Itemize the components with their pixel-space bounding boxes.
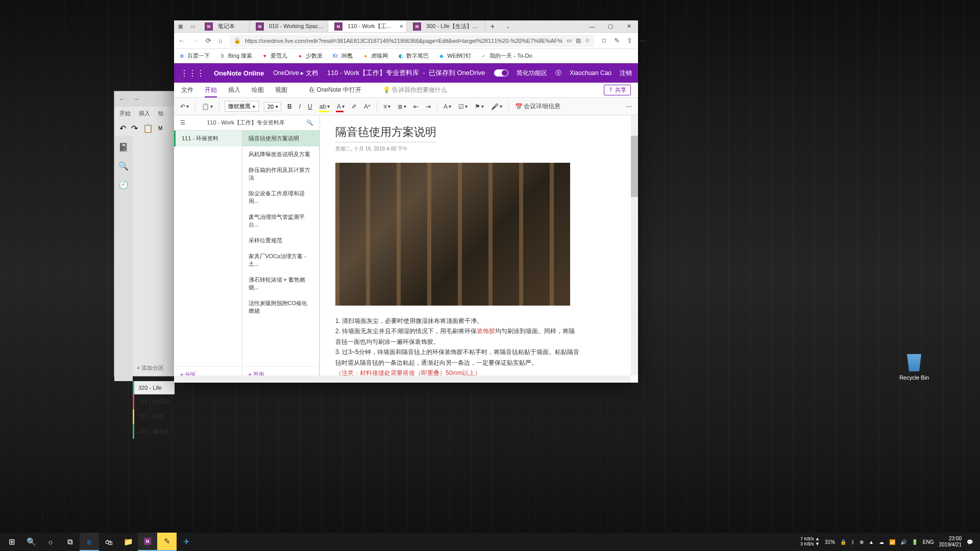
page-item[interactable]: 风机降噪改造说明及方案 (242, 146, 319, 162)
taskbar-edge[interactable]: e (80, 533, 99, 551)
tray-language[interactable]: ENG (923, 539, 934, 545)
bookmark-item[interactable]: ♥爱范儿 (261, 52, 287, 60)
page-item[interactable]: 隔音毡使用方案说明 (242, 131, 319, 146)
browser-tab[interactable]: N 300 - Life【生活】生活常识 (407, 20, 485, 32)
tab-scroll-icon[interactable]: ⌄ (502, 20, 514, 32)
recycle-bin[interactable]: Recycle Bin (899, 352, 929, 381)
page-item[interactable]: 采样位置规范 (242, 233, 319, 248)
close-tab-icon[interactable]: × (399, 22, 403, 30)
page-item[interactable]: 家具厂VOCs治理方案 - 土... (242, 248, 319, 272)
simplify-ribbon-toggle[interactable] (494, 69, 508, 77)
dictate-button[interactable]: 🎤▾ (490, 102, 503, 111)
breadcrumb[interactable]: OneDrive ▸ 文档 (273, 69, 317, 78)
tab-preview-icon[interactable]: ▭ (186, 20, 199, 32)
page-item[interactable]: 废气治理排气管监测平台... (242, 209, 319, 233)
bg-section-item[interactable]: 323 - 健康生 (133, 424, 175, 439)
search-icon[interactable]: 🔍 (118, 161, 129, 171)
bg-section-item[interactable]: 320 - Life (133, 381, 175, 394)
more-commands-button[interactable]: ⋯ (625, 102, 633, 111)
user-name[interactable]: Xiaochuan Cao (570, 69, 611, 77)
tray-icon[interactable]: ▲ (869, 539, 874, 545)
recent-icon[interactable]: 🕘 (118, 180, 129, 190)
ribbon-tab-view[interactable]: 视图 (275, 86, 287, 94)
cortana-button[interactable]: ○ (41, 533, 60, 551)
font-family-select[interactable]: 微软雅黑 ▾ (225, 101, 259, 112)
ribbon-tab-draw[interactable]: 绘图 (252, 86, 264, 94)
bookmark-item[interactable]: ●虎嗅网 (362, 52, 388, 60)
reading-view-icon[interactable]: ▭ (567, 37, 572, 44)
signout-link[interactable]: 注销 (620, 69, 632, 78)
notebooks-icon[interactable]: 📓 (118, 142, 129, 152)
bold-button[interactable]: B (286, 102, 293, 111)
tray-battery-icon[interactable]: 🔋 (912, 539, 918, 545)
back-arrow[interactable]: ← (118, 95, 126, 103)
tray-notifications-icon[interactable]: 💬 (967, 539, 973, 545)
bg-tab-draw[interactable]: 绘 (158, 110, 164, 117)
back-button[interactable]: ← (178, 37, 185, 44)
font-color-button[interactable]: A▾ (336, 102, 346, 111)
books-icon[interactable]: ▥ (576, 37, 581, 44)
clear-format-button[interactable]: ✐ (351, 102, 358, 111)
taskbar-explorer[interactable]: 📁 (118, 533, 138, 551)
format-painter-button[interactable]: Aᵃ (363, 102, 372, 111)
refresh-button[interactable]: ⟳ (206, 37, 211, 44)
undo-button[interactable]: ↶▾ (179, 102, 190, 111)
tray-wifi-icon[interactable]: 📶 (889, 539, 895, 545)
bg-tab-home[interactable]: 开始 (119, 110, 131, 117)
section-item[interactable]: 111 - 环保资料 (174, 131, 242, 146)
tray-clock[interactable]: 23:00 2019/4/21 (939, 536, 962, 548)
tray-icon[interactable]: ᛒ (851, 539, 854, 545)
embedded-image[interactable] (335, 163, 570, 306)
tell-me-search[interactable]: 💡 告诉我你想要做什么 (383, 86, 447, 94)
hamburger-icon[interactable]: ☰ (180, 119, 185, 126)
notes-icon[interactable]: ✎ (614, 37, 620, 44)
browser-tab-active[interactable]: N 110 - Work【工作】专业 × (328, 20, 407, 32)
italic-button[interactable]: I (298, 102, 302, 111)
new-tab-button[interactable]: + (485, 20, 500, 32)
tab-actions-icon[interactable]: ▦ (174, 20, 186, 32)
browser-tab[interactable]: N 笔记本 (199, 20, 250, 32)
bookmark-item[interactable]: ●少数派 (297, 52, 323, 60)
browser-tab[interactable]: N 010 - Working Space【工作 (250, 20, 328, 32)
taskbar-store[interactable]: 🛍 (99, 533, 118, 551)
share-button[interactable]: ⇪ 共享 (604, 85, 631, 95)
bg-tab-insert[interactable]: 插入 (139, 110, 150, 117)
ribbon-tab-insert[interactable]: 插入 (228, 86, 240, 94)
close-window-button[interactable]: ✕ (620, 20, 638, 32)
tags-button[interactable]: ☑▾ (457, 102, 469, 111)
indent-button[interactable]: ⇥ (425, 102, 432, 111)
vertical-scrollbar[interactable] (631, 115, 638, 375)
address-input[interactable]: 🔒 https://onedrive.live.com/redir?resid=… (230, 35, 594, 47)
clipboard-icon[interactable]: 📋 (143, 123, 153, 133)
tray-icon[interactable]: ⊕ (860, 539, 864, 545)
app-launcher-icon[interactable]: ⋮⋮⋮ (180, 68, 205, 78)
bookmark-item[interactable]: Kr36氪 (332, 52, 353, 60)
open-in-onenote[interactable]: 在 OneNote 中打开 (309, 86, 361, 94)
maximize-button[interactable]: ▢ (601, 20, 620, 32)
notebook-title[interactable]: 110 - Work【工作】专业资料库 (185, 119, 306, 127)
page-item[interactable]: 除尘设备工作原理和适用... (242, 186, 319, 209)
todo-button[interactable]: ⚑▾ (474, 102, 485, 111)
star-icon[interactable]: ☆ (585, 37, 590, 44)
styles-button[interactable]: A▾ (443, 102, 452, 111)
forward-button[interactable]: → (192, 37, 199, 44)
taskbar-app[interactable]: ✈ (177, 533, 196, 551)
undo-icon[interactable]: ↶ (119, 123, 126, 133)
tray-volume-icon[interactable]: 🔊 (900, 539, 906, 545)
task-view-button[interactable]: ⧉ (60, 533, 80, 551)
tray-icon[interactable]: 🔒 (840, 539, 846, 545)
bookmark-item[interactable]: bBing 搜索 (219, 52, 252, 60)
start-button[interactable]: ⊞ (2, 533, 21, 551)
bg-section-item[interactable]: 322 - 衣服 (133, 409, 175, 424)
underline-button[interactable]: U (307, 102, 313, 111)
page-item[interactable]: 活性炭吸附脱附CO催化燃烧 (242, 295, 319, 319)
forward-arrow[interactable]: → (133, 95, 140, 103)
bookmark-item[interactable]: ⊕百度一下 (178, 52, 210, 60)
add-section[interactable]: + 添加分区 (137, 364, 164, 372)
bookmark-item[interactable]: ✓我的一天 - To-Do (480, 52, 532, 60)
font-size-select[interactable]: 20 ▾ (264, 102, 281, 111)
number-list-button[interactable]: ≣▾ (397, 102, 407, 111)
ribbon-tab-file[interactable]: 文件 (181, 86, 193, 94)
favorites-icon[interactable]: ✩ (601, 37, 607, 44)
redo-icon[interactable]: ↷ (131, 123, 138, 133)
